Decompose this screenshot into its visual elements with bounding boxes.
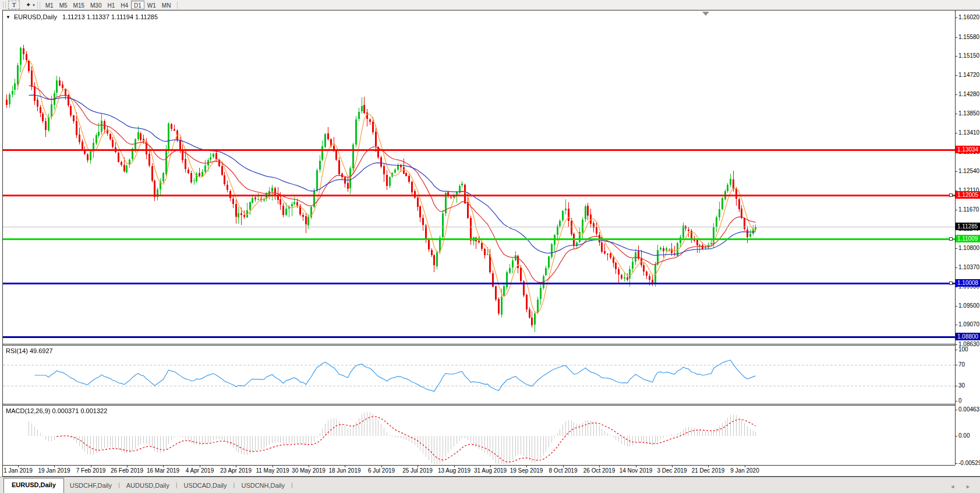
timeframe-toolbar: M1M5M15M30H1H4D1W1MN [43,0,174,10]
date-axis-label: 26 Oct 2019 [581,467,618,474]
horizontal-line-1.08800[interactable] [3,336,955,338]
price-tick-mark [955,344,957,345]
symbol-dropdown-icon[interactable]: ▼ [6,15,10,20]
rsi-scale-label: 0 [958,397,962,404]
price-tick-label: 1.15580 [958,34,979,41]
price-tick-label: 1.09500 [958,302,979,309]
rsi-label: RSI(14) 49.6927 [6,347,53,354]
date-axis-label: 16 Mar 2019 [144,467,182,474]
rsi-scale-label: 30 [958,382,965,389]
chart-ohlc-values: 1.11213 1.11337 1.11194 1.11285 [62,13,158,20]
macd-tick-mark [955,410,957,410]
tab-usdchf-daily[interactable]: USDCHF,Daily [64,479,118,493]
price-tick-mark [955,17,957,18]
price-tick-label: 1.10370 [958,264,979,271]
main-chart-canvas[interactable] [3,10,955,344]
timeframe-button-mn[interactable]: MN [159,1,174,9]
chart-shift-marker-icon[interactable] [702,12,709,16]
chart-title: ▼ EURUSD,Daily 1.11213 1.11337 1.11194 1… [6,13,158,20]
tab-usdcnh-daily[interactable]: USDCNH,Daily [235,479,291,493]
price-tick-label: 1.15150 [958,52,979,59]
date-axis-label: 9 Jan 2020 [726,467,763,474]
tab-usdcad-daily[interactable]: USDCAD,Daily [178,479,233,493]
tab-scroll-left-icon[interactable]: ◄ [950,484,955,490]
mt4-window: T ✦ ▾ M1M5M15M30H1H4D1W1MN ▼ EURUSD,Dail… [0,0,980,493]
toolbar-grip[interactable] [37,2,40,8]
tab-scroll-right-icon[interactable]: ► [965,484,971,490]
line-handle[interactable] [949,281,953,285]
price-tick-label: 1.11670 [958,206,979,213]
price-tick-mark [955,267,957,268]
rsi-indicator-canvas[interactable] [3,345,955,404]
cursor-tool-icon: ✦ [26,1,31,9]
rsi-tick-mark [955,365,957,365]
price-tick-mark [955,171,957,172]
price-label-1.13034: 1.13034 [956,146,980,153]
macd-tick-mark [955,436,957,436]
chart-tabs-bar: EURUSD,DailyUSDCHF,Daily|AUDUSD,Daily|US… [0,477,980,493]
macd-indicator-canvas[interactable] [3,405,955,465]
cursor-tool-button[interactable]: ✦ ▾ [23,1,37,9]
price-tick-mark [955,248,957,249]
date-axis-label: 31 Aug 2019 [472,467,509,474]
date-axis-label: 19 Sep 2019 [508,467,545,474]
date-axis-label: 19 Jan 2019 [36,467,73,474]
price-label-1.10008: 1.10008 [956,279,980,287]
price-tick-mark [955,114,957,114]
current-price-label: 1.11285 [956,223,980,230]
price-tick-label: 1.09070 [958,321,979,328]
price-tick-mark [955,94,957,95]
timeframe-button-m5[interactable]: M5 [56,1,70,9]
macd-panel-bottom-border [3,465,955,466]
date-axis-label: 6 Jul 2019 [363,467,400,474]
timeframe-button-w1[interactable]: W1 [144,1,159,9]
timeframe-button-h1[interactable]: H1 [104,1,118,9]
date-axis-label: 13 Aug 2019 [436,467,473,474]
timeframe-button-m15[interactable]: M15 [70,1,87,9]
date-axis-label: 26 Feb 2019 [108,467,146,474]
text-tool-button[interactable]: T [8,1,20,9]
line-handle[interactable] [949,193,953,197]
toolbar: T ✦ ▾ M1M5M15M30H1H4D1W1MN [0,0,980,10]
price-tick-label: 1.12540 [958,168,979,175]
price-tick-mark [955,210,957,210]
date-axis-label: 7 Feb 2019 [72,467,109,474]
price-tick-mark [955,133,957,133]
tab-scroll-arrows: ◄ ► [950,484,971,490]
line-handle[interactable] [949,237,953,241]
date-axis-label: 11 May 2019 [254,467,291,474]
date-axis-label: 8 Oct 2019 [544,467,582,474]
current-price-line [3,227,955,227]
price-tick-label: 1.13850 [958,110,979,117]
price-tick-mark [955,75,957,76]
rsi-scale-label: 100 [958,346,968,353]
macd-tick-mark [955,463,957,464]
timeframe-button-m30[interactable]: M30 [87,1,104,9]
date-axis-label: 14 Nov 2019 [617,467,654,474]
toolbar-separator [177,2,178,9]
rsi-tick-mark [955,386,957,386]
horizontal-line-1.12005[interactable] [3,195,955,196]
price-tick-label: 1.16020 [958,14,979,21]
horizontal-line-1.11009[interactable] [3,238,955,240]
price-tick-mark [955,325,957,325]
main-panel-bottom-border [3,344,955,344]
price-tick-mark [955,287,957,287]
tab-eurusd-daily[interactable]: EURUSD,Daily [3,478,64,493]
timeframe-button-m1[interactable]: M1 [43,1,56,9]
price-tick-label: 1.13410 [958,129,979,136]
toolbar-grip[interactable] [3,2,6,8]
horizontal-line-1.13034[interactable] [3,149,955,151]
date-axis-label: 4 Apr 2019 [181,467,218,474]
timeframe-button-d1[interactable]: D1 [131,1,144,9]
rsi-scale-label: 70 [958,361,965,368]
macd-scale-label: -0.005295 [958,460,980,467]
timeframe-button-h4[interactable]: H4 [118,1,131,9]
chevron-down-icon: ▾ [33,3,35,8]
date-axis-label: 23 Apr 2019 [217,467,254,474]
horizontal-line-1.10008[interactable] [3,283,955,284]
price-tick-mark [955,37,957,38]
price-label-1.12005: 1.12005 [956,191,980,199]
tab-audusd-daily[interactable]: AUDUSD,Daily [121,479,175,493]
macd-scale-label: 0.00 [958,432,970,439]
